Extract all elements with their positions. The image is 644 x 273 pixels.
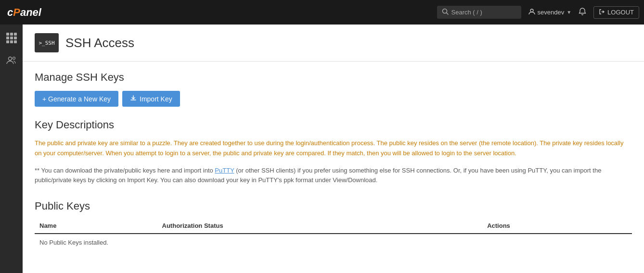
- sidebar: [0, 25, 23, 273]
- username-label: sevendev: [538, 9, 565, 16]
- content-area: Manage SSH Keys + Generate a New Key Imp…: [23, 62, 644, 261]
- public-keys-table: Name Authorization Status Actions No Pub…: [35, 218, 632, 251]
- search-icon: [442, 8, 449, 16]
- col-name: Name: [35, 218, 157, 234]
- logout-label: LOGOUT: [607, 9, 634, 16]
- svg-point-2: [530, 9, 533, 12]
- page-header: >_SSH SSH Access: [23, 25, 644, 62]
- user-icon: [528, 8, 535, 16]
- generate-key-label: + Generate a New Key: [42, 95, 111, 103]
- key-description-text1: The public and private key are similar t…: [35, 138, 632, 159]
- logout-button[interactable]: LOGOUT: [593, 6, 639, 19]
- putty-link[interactable]: PuTTY: [215, 167, 234, 174]
- key-description-text2: ** You can download the private/public k…: [35, 166, 632, 186]
- page-title: SSH Access: [65, 36, 134, 50]
- logout-icon: [599, 9, 605, 16]
- svg-point-5: [13, 57, 15, 60]
- public-keys-section: Public Keys Name Authorization Status Ac…: [35, 200, 632, 251]
- action-buttons: + Generate a New Key Import Key: [35, 91, 632, 107]
- user-menu[interactable]: sevendev ▼: [528, 8, 572, 16]
- empty-keys-message: No Public Keys installed.: [35, 234, 632, 251]
- import-icon: [130, 95, 137, 103]
- import-key-button[interactable]: Import Key: [122, 91, 180, 107]
- public-keys-title: Public Keys: [35, 200, 632, 212]
- col-actions: Actions: [482, 218, 632, 234]
- key-descriptions-section: Key Descriptions The public and private …: [35, 119, 632, 186]
- sidebar-users-icon[interactable]: [3, 51, 20, 69]
- svg-line-1: [446, 13, 448, 15]
- chevron-down-icon: ▼: [567, 10, 571, 15]
- search-placeholder: Search ( / ): [451, 9, 482, 16]
- notifications-bell[interactable]: [579, 8, 586, 17]
- navbar-right: sevendev ▼ LOGOUT: [528, 6, 639, 19]
- navbar: cPanel Search ( / ) sevendev ▼: [0, 0, 644, 25]
- manage-ssh-title: Manage SSH Keys: [35, 71, 632, 84]
- generate-key-button[interactable]: + Generate a New Key: [35, 91, 118, 107]
- col-auth-status: Authorization Status: [157, 218, 483, 234]
- brand-logo: cPanel: [5, 6, 41, 19]
- main-content: >_SSH SSH Access Manage SSH Keys + Gener…: [23, 25, 644, 273]
- key-descriptions-title: Key Descriptions: [35, 119, 632, 131]
- table-header-row: Name Authorization Status Actions: [35, 218, 632, 234]
- ssh-icon: >_SSH: [35, 33, 59, 52]
- svg-point-4: [8, 57, 12, 61]
- manage-ssh-section: Manage SSH Keys + Generate a New Key Imp…: [35, 71, 632, 107]
- sidebar-grid-icon[interactable]: [3, 29, 20, 47]
- search-box[interactable]: Search ( / ): [437, 6, 521, 19]
- import-key-label: Import Key: [140, 95, 172, 103]
- description-text2-before: ** You can download the private/public k…: [35, 167, 215, 174]
- empty-keys-row: No Public Keys installed.: [35, 234, 632, 251]
